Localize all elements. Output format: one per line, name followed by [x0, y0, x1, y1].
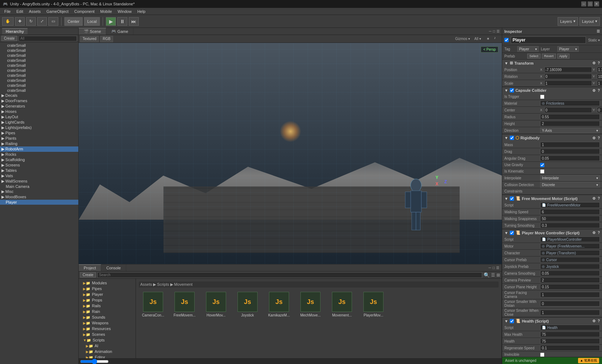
- folder-resources[interactable]: ▶📁 Resources: [79, 326, 136, 331]
- list-item[interactable]: crateSmall: [0, 88, 78, 93]
- list-item[interactable]: crateSmall: [0, 63, 78, 68]
- menu-file[interactable]: File: [1, 9, 14, 14]
- center-y-field[interactable]: [597, 107, 602, 113]
- list-item[interactable]: crateSmall: [0, 53, 78, 58]
- folder-weapons[interactable]: ▶📁 Weapons: [79, 320, 136, 326]
- menu-component[interactable]: Component: [71, 9, 97, 14]
- pause-button[interactable]: ⏸: [117, 17, 127, 26]
- menu-edit[interactable]: Edit: [14, 9, 26, 14]
- hierarchy-lights-prefabs[interactable]: ▶ Lights(prefabs): [0, 125, 78, 130]
- object-active-checkbox[interactable]: [504, 38, 509, 42]
- folder-ai[interactable]: ▶📁 AI: [79, 343, 136, 349]
- scene-all[interactable]: All ▾: [474, 37, 481, 41]
- is-kinematic-checkbox[interactable]: [540, 169, 544, 174]
- select-button[interactable]: Select: [527, 54, 540, 59]
- max-health-field[interactable]: [540, 331, 600, 337]
- play-button[interactable]: ▶: [106, 17, 116, 26]
- health-settings-icon[interactable]: ⚙: [592, 319, 596, 323]
- folder-scenes[interactable]: ▶📁 Scenes: [79, 331, 136, 337]
- pos-x-field[interactable]: [544, 67, 592, 73]
- rot-x-field[interactable]: [544, 74, 592, 79]
- folder-rain[interactable]: ▶📁 Rain: [79, 309, 136, 314]
- scale-x-field[interactable]: [544, 80, 592, 86]
- radius-field[interactable]: [540, 114, 600, 120]
- hierarchy-pipes[interactable]: ▶ Pipes: [0, 130, 78, 136]
- direction-dropdown[interactable]: Y-Axis▾: [540, 128, 600, 133]
- health-checkbox[interactable]: [510, 319, 514, 323]
- layer-dropdown[interactable]: Player▾: [557, 46, 579, 52]
- free-movement-help-icon[interactable]: ?: [598, 196, 600, 200]
- scene-sound-icon[interactable]: ♪: [494, 36, 500, 42]
- scene-viewport[interactable]: Textured RGB Gizmos ▾ All ▾ ☀ ♪: [79, 35, 502, 264]
- scene-menu-btn[interactable]: ☰: [496, 29, 500, 33]
- cursor-prefab-field[interactable]: ◎ Cursor: [540, 257, 600, 263]
- hierarchy-decals[interactable]: ▶ Decals: [0, 93, 78, 98]
- hierarchy-create-button[interactable]: Create: [1, 36, 17, 41]
- center-x-field[interactable]: [544, 107, 592, 113]
- file-kamikaze[interactable]: Js KamikazeM...: [265, 290, 293, 319]
- menu-help[interactable]: Help: [134, 9, 148, 14]
- menu-window[interactable]: Window: [115, 9, 134, 14]
- capsule-collider-checkbox[interactable]: [510, 88, 514, 93]
- menu-mobile[interactable]: Mobile: [97, 9, 114, 14]
- hierarchy-plants[interactable]: ▶ Plants: [0, 136, 78, 141]
- apply-button[interactable]: Apply: [557, 54, 570, 59]
- cursor-smaller-close-field[interactable]: [540, 310, 600, 315]
- health-header[interactable]: ▼ 📜 Health (Script) ⚙ ?: [502, 318, 602, 324]
- hierarchy-generators[interactable]: ▶ Generators: [0, 104, 78, 109]
- is-trigger-checkbox[interactable]: [540, 95, 544, 99]
- zoom-slider[interactable]: [80, 360, 109, 363]
- health-help-icon[interactable]: ?: [598, 319, 600, 323]
- rect-tool[interactable]: ▭: [48, 17, 58, 26]
- pivot-center-button[interactable]: Center: [64, 17, 83, 26]
- transform-settings-icon[interactable]: ⚙: [592, 61, 596, 65]
- project-list-icon[interactable]: ☰: [491, 273, 495, 278]
- menu-gameobject[interactable]: GameObject: [44, 9, 72, 14]
- maximize-button[interactable]: □: [588, 1, 593, 6]
- list-item[interactable]: crateSmall: [0, 58, 78, 63]
- hierarchy-rocks[interactable]: ▶ Rocks: [0, 152, 78, 157]
- capsule-help-icon[interactable]: ?: [598, 89, 600, 93]
- material-field[interactable]: ◎ Frictionless: [540, 100, 600, 106]
- tab-console[interactable]: Console: [101, 264, 126, 271]
- step-button[interactable]: ⏭: [129, 17, 139, 26]
- file-movement[interactable]: Js Movement...: [328, 290, 356, 319]
- pivot-local-button[interactable]: Local: [84, 17, 100, 26]
- list-item[interactable]: crateSmall: [0, 48, 78, 53]
- tab-scene[interactable]: 🎬 Scene: [79, 28, 106, 35]
- file-joystick[interactable]: Js Joystick: [233, 290, 262, 319]
- rigidbody-settings-icon[interactable]: ⚙: [592, 136, 596, 140]
- player-move-checkbox[interactable]: [510, 231, 514, 235]
- collision-detection-dropdown[interactable]: Discrete▾: [540, 182, 600, 188]
- joystick-prefab-field[interactable]: ◎ Joystick: [540, 264, 600, 269]
- camera-smoothing-field[interactable]: [540, 270, 600, 276]
- rot-y-field[interactable]: [597, 74, 602, 79]
- fm-script-field[interactable]: 📄 FreeMovementMotor: [540, 202, 600, 208]
- menu-assets[interactable]: Assets: [26, 9, 44, 14]
- scene-gizmos[interactable]: Gizmos ▾: [455, 37, 470, 41]
- list-item[interactable]: crateSmall: [0, 78, 78, 83]
- interpolate-dropdown[interactable]: Interpolate▾: [540, 175, 600, 181]
- angular-drag-field[interactable]: [540, 155, 600, 161]
- tab-game[interactable]: 🎮 Game: [106, 28, 133, 35]
- cursor-smaller-dist-field[interactable]: [540, 301, 600, 306]
- cursor-facing-field[interactable]: [540, 292, 600, 298]
- scene-minimize-btn[interactable]: ─: [489, 29, 491, 33]
- close-button[interactable]: ✕: [594, 1, 599, 6]
- scene-canvas[interactable]: < Persp X Y Z: [79, 43, 502, 264]
- rigidbody-help-icon[interactable]: ?: [598, 136, 600, 140]
- folder-animation[interactable]: ▶📁 Animation: [79, 349, 136, 354]
- hierarchy-misc[interactable]: ▶ Misc: [0, 189, 78, 194]
- folder-player[interactable]: ▶📁 Player: [79, 291, 136, 297]
- motor-field[interactable]: ◎ Player (FreeMovemen...: [540, 243, 600, 249]
- folder-rails[interactable]: ▶📁 Rails: [79, 303, 136, 309]
- pm-script-field[interactable]: 📄 PlayerMoveController: [540, 236, 600, 242]
- rigidbody-header[interactable]: ▼ ⬡ Rigidbody ⚙ ?: [502, 134, 602, 141]
- capsule-collider-header[interactable]: ▼ Capsule Collider ⚙ ?: [502, 87, 602, 94]
- file-hovermove[interactable]: Js HoverMov...: [202, 290, 230, 319]
- hierarchy-moodboxes[interactable]: ▶ MoodBoxes: [0, 194, 78, 200]
- height-field[interactable]: [540, 121, 600, 126]
- hierarchy-layout[interactable]: ▶ LayOut: [0, 114, 78, 120]
- folder-editor[interactable]: ▶📁 Editor: [79, 354, 136, 358]
- free-movement-settings-icon[interactable]: ⚙: [592, 196, 596, 200]
